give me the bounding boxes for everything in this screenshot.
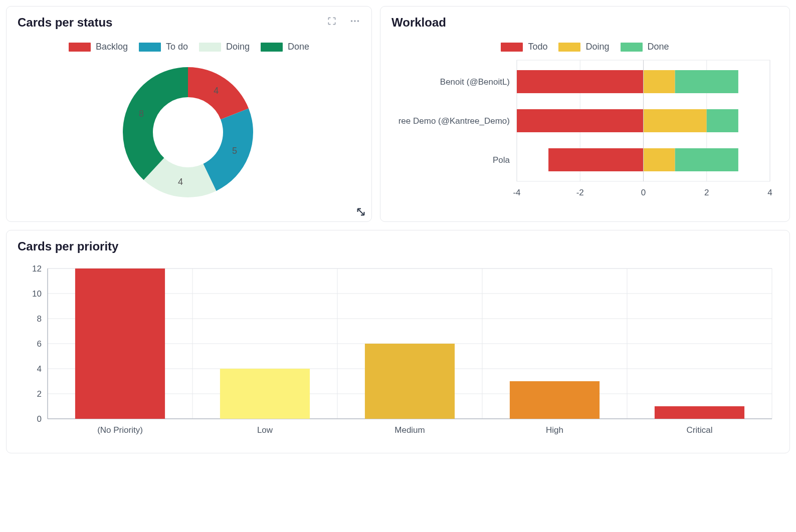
bar[interactable] bbox=[510, 381, 600, 419]
bar-segment[interactable] bbox=[644, 70, 675, 93]
bar[interactable] bbox=[365, 344, 455, 419]
donut-value-label: 4 bbox=[214, 86, 219, 96]
expand-icon[interactable] bbox=[326, 16, 337, 27]
axis-tick-label: 2 bbox=[37, 389, 42, 399]
legend-label: To do bbox=[166, 42, 188, 52]
legend-item[interactable]: Done bbox=[621, 42, 669, 52]
axis-tick-label: 12 bbox=[32, 264, 42, 274]
donut-value-label: 4 bbox=[178, 177, 183, 187]
panel-title: Cards per priority bbox=[18, 239, 778, 253]
legend-item[interactable]: Backlog bbox=[69, 42, 128, 52]
svg-point-1 bbox=[354, 20, 356, 22]
legend-label: Doing bbox=[585, 42, 609, 52]
bar-segment[interactable] bbox=[675, 148, 738, 171]
axis-tick-label: -2 bbox=[576, 188, 584, 197]
axis-tick-label: 0 bbox=[37, 414, 42, 424]
svg-point-0 bbox=[351, 20, 353, 22]
axis-category-label: Pola bbox=[493, 155, 510, 165]
legend-swatch bbox=[621, 43, 643, 52]
axis-category-label: Medium bbox=[394, 425, 425, 435]
legend-item[interactable]: To do bbox=[139, 42, 188, 52]
donut-segment[interactable] bbox=[123, 67, 188, 180]
axis-tick-label: 6 bbox=[37, 339, 42, 349]
donut-chart: 4548 bbox=[18, 57, 358, 207]
workload-chart: -4-2024Benoit (@BenoitL)ree Demo (@Kantr… bbox=[391, 57, 777, 212]
axis-category-label: Critical bbox=[687, 425, 713, 435]
chart-legend: TodoDoingDone bbox=[391, 35, 778, 57]
bar-segment[interactable] bbox=[644, 109, 707, 132]
bar-segment[interactable] bbox=[644, 148, 675, 171]
legend-swatch bbox=[558, 43, 580, 52]
legend-swatch bbox=[501, 43, 523, 52]
panel-cards-per-priority: Cards per priority 024681012(No Priority… bbox=[6, 230, 790, 453]
donut-segment[interactable] bbox=[203, 109, 253, 191]
priority-chart: 024681012(No Priority)LowMediumHighCriti… bbox=[18, 258, 779, 444]
bar-segment[interactable] bbox=[707, 109, 738, 132]
axis-tick-label: -4 bbox=[513, 188, 520, 197]
axis-tick-label: 4 bbox=[37, 364, 42, 374]
resize-handle-icon[interactable] bbox=[355, 206, 366, 217]
legend-label: Backlog bbox=[96, 42, 128, 52]
donut-value-label: 8 bbox=[139, 109, 144, 119]
panel-title: Cards per status bbox=[18, 16, 360, 30]
legend-item[interactable]: Done bbox=[261, 42, 309, 52]
legend-swatch bbox=[139, 43, 161, 52]
axis-tick-label: 4 bbox=[767, 188, 772, 197]
panel-cards-per-status: Cards per status BacklogTo doDoingDone 4… bbox=[6, 6, 372, 222]
bar-segment[interactable] bbox=[675, 70, 738, 93]
bar-segment[interactable] bbox=[517, 109, 644, 132]
svg-point-2 bbox=[357, 20, 359, 22]
axis-tick-label: 2 bbox=[704, 188, 709, 197]
bar[interactable] bbox=[75, 269, 165, 419]
legend-label: Done bbox=[648, 42, 669, 52]
legend-label: Doing bbox=[226, 42, 250, 52]
bar[interactable] bbox=[655, 406, 744, 419]
axis-category-label: Low bbox=[257, 425, 273, 435]
axis-category-label: Benoit (@BenoitL) bbox=[440, 77, 510, 87]
legend-item[interactable]: Doing bbox=[558, 42, 609, 52]
bar-segment[interactable] bbox=[548, 148, 643, 171]
axis-tick-label: 8 bbox=[37, 314, 42, 324]
panel-title: Workload bbox=[391, 16, 778, 30]
donut-value-label: 5 bbox=[232, 146, 237, 156]
legend-swatch bbox=[199, 43, 221, 52]
legend-item[interactable]: Doing bbox=[199, 42, 250, 52]
bar[interactable] bbox=[220, 369, 310, 419]
legend-label: Todo bbox=[528, 42, 547, 52]
legend-swatch bbox=[69, 43, 91, 52]
more-icon[interactable] bbox=[349, 16, 360, 27]
legend-item[interactable]: Todo bbox=[501, 42, 547, 52]
axis-category-label: (No Priority) bbox=[97, 425, 143, 435]
axis-tick-label: 10 bbox=[32, 289, 42, 299]
legend-swatch bbox=[261, 43, 283, 52]
panel-workload: Workload TodoDoingDone -4-2024Benoit (@B… bbox=[380, 6, 790, 222]
legend-label: Done bbox=[288, 42, 309, 52]
bar-segment[interactable] bbox=[517, 70, 644, 93]
axis-tick-label: 0 bbox=[641, 188, 646, 197]
chart-legend: BacklogTo doDoingDone bbox=[18, 35, 360, 57]
axis-category-label: ree Demo (@Kantree_Demo) bbox=[399, 116, 510, 126]
axis-category-label: High bbox=[546, 425, 563, 435]
